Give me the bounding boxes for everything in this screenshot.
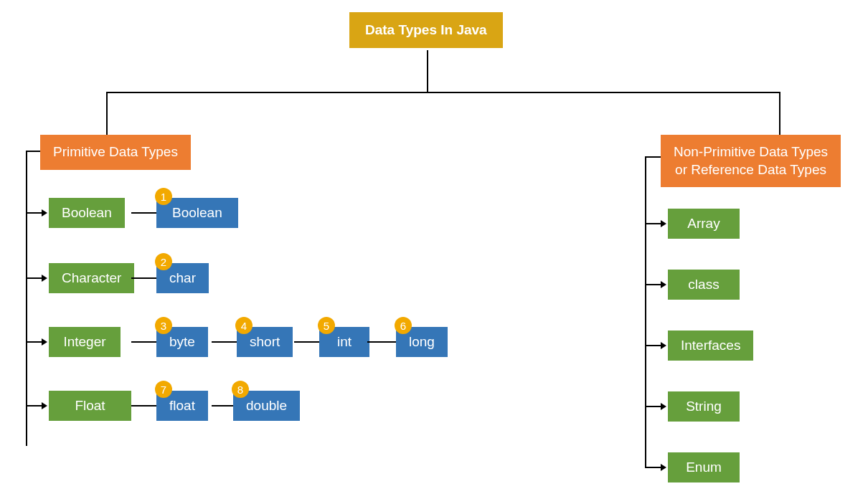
arrow [661,464,666,471]
connector [645,406,662,407]
connector [779,92,780,135]
arrow [661,403,666,410]
connector [26,151,27,446]
nonprimitive-header: Non-Primitive Data Types or Reference Da… [661,135,841,187]
np-class: class [668,270,740,300]
np-enum: Enum [668,452,740,482]
connector [26,341,43,343]
category-integer: Integer [49,327,121,357]
connector [131,341,156,343]
category-character: Character [49,263,134,293]
arrow [661,220,666,227]
connector [645,223,662,224]
connector [212,405,233,406]
badge-6: 6 [395,317,412,334]
arrow [42,338,47,346]
badge-1: 1 [155,188,172,205]
connector [106,92,780,93]
connector [645,467,662,468]
badge-4: 4 [235,317,253,334]
arrow [42,402,47,409]
badge-7: 7 [155,381,172,398]
connector [26,151,40,152]
badge-5: 5 [318,317,335,334]
connector [427,50,428,93]
connector [26,277,43,279]
connector [645,284,662,285]
nonprimitive-header-line2: or Reference Data Types [675,161,826,179]
np-array: Array [668,209,740,239]
connector [131,212,156,214]
connector [367,341,396,343]
category-float: Float [49,391,131,421]
connector [294,341,319,343]
connector [131,277,156,279]
badge-2: 2 [155,253,172,270]
badge-3: 3 [155,317,172,334]
arrow [661,342,666,349]
arrow [42,275,47,282]
badge-8: 8 [232,381,249,398]
connector [26,405,43,406]
connector [212,341,237,343]
connector [106,92,108,135]
connector [645,156,646,468]
np-interfaces: Interfaces [668,331,753,361]
connector [26,212,43,214]
connector [645,345,662,346]
connector [131,405,156,406]
diagram-title: Data Types In Java [349,12,503,48]
arrow [42,209,47,217]
connector [645,156,661,158]
np-string: String [668,391,740,422]
nonprimitive-header-line1: Non-Primitive Data Types [674,143,828,161]
category-boolean: Boolean [49,198,125,228]
arrow [661,281,666,288]
primitive-header: Primitive Data Types [40,135,191,170]
